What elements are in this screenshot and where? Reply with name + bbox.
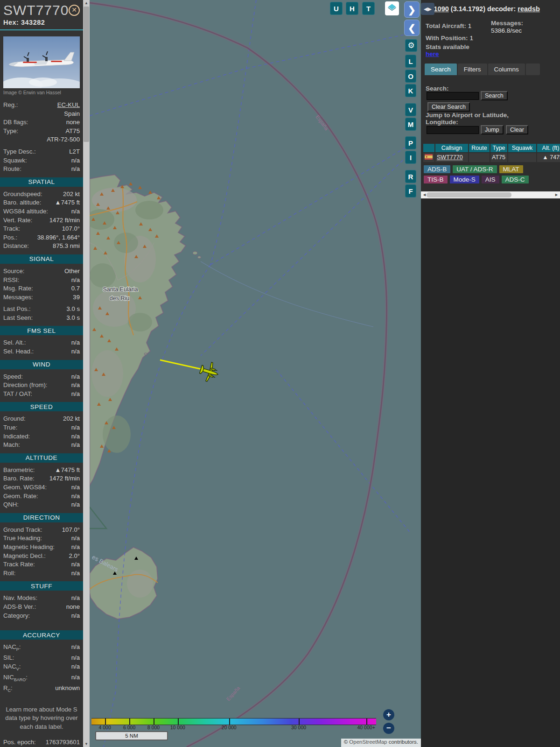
tracks-button[interactable]: T [362,2,375,15]
row-label: DB flags: [3,118,28,127]
search-button[interactable]: Search [481,91,508,100]
col-alt[interactable]: Alt. (ft) [537,144,560,152]
layers-icon[interactable] [385,1,399,15]
table-horizontal-scrollbar[interactable]: ◄ ► [421,191,560,198]
heatmap-button[interactable]: H [346,2,358,15]
town-label-line2: des Riu [110,295,129,302]
table-row[interactable]: SWT7770 AT75 ▲ 7475 [423,153,560,162]
panel-width-toggle[interactable]: ◀▶ [421,3,434,15]
legend-chip-uat: UAT / ADS-R [453,165,497,173]
altitude-tick-label: 4 000 [99,725,111,730]
jump-label: Jump to Airport or Latitude, Longitude: [426,112,531,126]
map-button-v[interactable]: V [405,103,416,116]
map-canvas[interactable]: España España Santa Eulària des Riu es B… [90,0,421,747]
map-button-reset[interactable]: R [405,170,416,183]
table-header-row: Callsign Route Type Squawk Alt. (ft) Sp [423,144,560,152]
hscroll-thumb[interactable] [427,192,511,197]
tab-search[interactable]: Search [425,63,457,75]
tab-columns[interactable]: Columns [488,63,525,75]
units-button[interactable]: U [330,2,343,15]
settings-gear-icon[interactable]: ⚙ [405,39,417,52]
map-button-labels[interactable]: L [405,55,416,68]
row-label: Type Desc.: [3,148,36,156]
row-value: n/a [71,612,80,620]
row-value: n/a [71,662,80,673]
row-label: WGS84 altitude: [3,207,48,216]
altitude-tick [366,719,367,725]
info-row: NICBARO:n/a [3,673,80,684]
row-label: Direction (from): [3,381,48,390]
tab-filters[interactable]: Filters [458,63,487,75]
info-row: Vert. Rate:1472 ft/min [3,216,80,225]
info-row: Magnetic Decl.:2.0° [3,552,80,561]
map-button-isolate[interactable]: I [405,151,416,164]
section-header: ALTITUDE [0,453,83,463]
col-route[interactable]: Route [469,144,490,152]
row-label: Baro. altitude: [3,198,41,207]
map-button-p[interactable]: P [405,136,416,149]
row-value: n/a [71,156,80,165]
map-attribution: © OpenStreetMap contributors. [341,739,421,747]
row-label: Vert. Rate: [3,216,32,225]
row-value: n/a [71,390,80,399]
search-input[interactable] [427,92,479,100]
jump-clear-button[interactable]: Clear [506,125,528,134]
row-value: n/a [71,373,80,381]
section-rows: Sel. Alt.:n/aSel. Head.:n/a [3,338,80,356]
map-button-multiselect[interactable]: M [405,118,416,131]
sidebar-expand-button[interactable]: ❯ [404,1,420,18]
altitude-tick-label: 10 000 [170,725,185,730]
info-row: Last Seen:3.0 s [3,314,80,323]
map-button-follow[interactable]: F [405,184,416,197]
scroll-left-icon[interactable]: ◄ [422,192,427,197]
info-row: Ground:202 kt [3,415,80,423]
jump-input[interactable] [427,126,479,134]
row-value[interactable]: EC-KUL [57,101,80,110]
map-scale-bar: 5 NM [95,731,168,740]
stats-here-link[interactable]: here [426,50,439,57]
zoom-out-button[interactable]: − [383,723,394,734]
messages-value: 5386.8/sec [491,27,522,34]
scroll-right-icon[interactable]: ► [554,192,559,197]
row-label: Magnetic Decl.: [3,552,46,561]
clear-search-button[interactable]: Clear Search [427,102,470,112]
scroll-up-icon[interactable]: ▲ [83,1,90,5]
row-value: n/a [71,207,80,216]
info-row: Track:107.0° [3,225,80,233]
section-header: SIGNAL [0,254,83,264]
row-value: n/a [71,423,80,432]
map-button-overlays[interactable]: O [405,70,416,83]
map-button-tracks[interactable]: K [405,84,416,97]
zoom-in-button[interactable]: + [383,709,394,720]
info-row: QNH:n/a [3,500,80,509]
col-type[interactable]: Type [490,144,507,152]
aircraft-detail-sidebar: SWT7770 ✕ Hex: 343282 [0,0,83,747]
close-icon[interactable]: ✕ [69,5,80,16]
osm-link[interactable]: OpenStreetMap [349,739,387,745]
row-label: Mach: [3,441,20,450]
aircraft-table: Callsign Route Type Squawk Alt. (ft) Sp … [423,144,560,163]
aircraft-icon[interactable] [198,360,221,384]
col-callsign[interactable]: Callsign [435,144,468,152]
callsign-cell[interactable]: SWT7770 [435,153,468,162]
row-value: ATR-72-500 [47,135,80,144]
aircraft-photo[interactable] [3,36,80,88]
col-squawk[interactable]: Squawk [508,144,536,152]
scroll-down-icon[interactable]: ▼ [83,742,90,746]
route-cell [469,153,490,162]
squawk-cell [508,153,536,162]
readsb-link[interactable]: readsb [518,5,540,13]
sidebar-scrollbar[interactable]: ▲ ▼ [83,0,90,747]
jump-button[interactable]: Jump [481,125,504,134]
info-row: Speed:n/a [3,373,80,381]
altitude-tick-label: 8 000 [147,725,160,730]
row-label: Route: [3,165,21,174]
row-label: Distance: [3,242,29,251]
chevron-right-icon: ❯ [408,4,416,15]
scrollbar-thumb[interactable] [84,7,89,142]
col-flag[interactable] [423,144,434,152]
type-cell: AT75 [490,153,507,162]
row-value: n/a [71,654,80,662]
sidebar-collapse-button[interactable]: ❮ [404,20,420,36]
info-row: Direction (from):n/a [3,381,80,390]
